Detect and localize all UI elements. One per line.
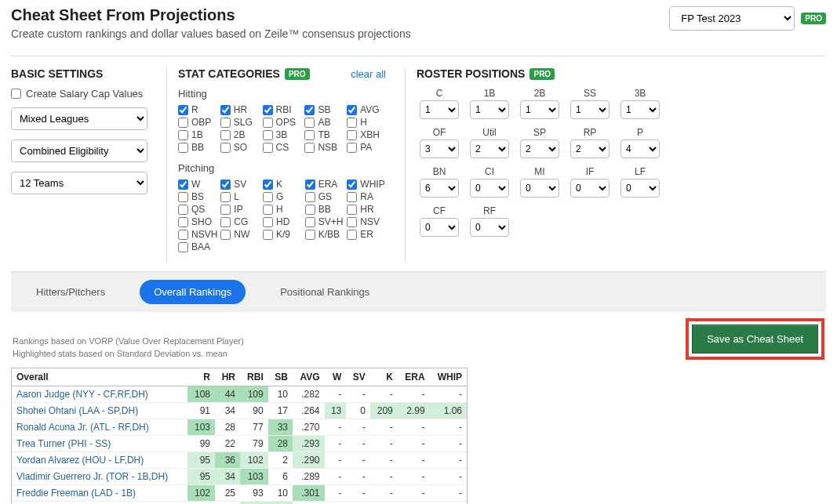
clear-all-link[interactable]: clear all xyxy=(351,68,386,80)
pitching-stat-bs[interactable]: BS xyxy=(178,191,217,202)
pitching-checkbox-nsv[interactable] xyxy=(347,217,357,227)
hitting-stat-3b[interactable]: 3B xyxy=(263,129,302,140)
player-name[interactable]: Ronald Acuna Jr. (ATL - RF,DH) xyxy=(12,419,187,436)
pitching-stat-w[interactable]: W xyxy=(178,179,217,190)
player-name[interactable]: Trea Turner (PHI - SS) xyxy=(12,436,187,452)
pitching-checkbox-sho[interactable] xyxy=(178,217,188,227)
pitching-stat-nsv[interactable]: NSV xyxy=(347,216,386,227)
pitching-stat-qs[interactable]: QS xyxy=(178,204,217,215)
pitching-stat-nw[interactable]: NW xyxy=(220,229,260,240)
hitting-stat-obp[interactable]: OBP xyxy=(178,117,217,128)
player-name[interactable]: Vladimir Guerrero Jr. (TOR - 1B,DH) xyxy=(12,469,187,485)
roster-select-c[interactable]: 1 xyxy=(420,100,459,119)
player-name[interactable]: Aaron Judge (NYY - CF,RF,DH) xyxy=(12,386,187,403)
pitching-stat-k[interactable]: K xyxy=(263,179,302,190)
pitching-checkbox-nsvh[interactable] xyxy=(178,230,188,240)
projection-select[interactable]: FP Test 2023 xyxy=(669,6,795,31)
hitting-stat-hr[interactable]: HR xyxy=(220,104,260,115)
pitching-checkbox-baa[interactable] xyxy=(178,242,188,252)
roster-select-rf[interactable]: 0 xyxy=(470,218,509,237)
hitting-checkbox-r[interactable] xyxy=(178,105,188,115)
hitting-stat-2b[interactable]: 2B xyxy=(220,129,260,140)
salary-cap-row[interactable]: Create Salary Cap Values xyxy=(11,88,147,100)
pitching-stat-gs[interactable]: GS xyxy=(305,191,344,202)
hitting-checkbox-rbi[interactable] xyxy=(263,105,273,115)
hitting-checkbox-avg[interactable] xyxy=(347,105,357,115)
pitching-checkbox-h[interactable] xyxy=(263,205,273,215)
save-cheat-sheet-button[interactable]: Save as Cheat Sheet xyxy=(692,325,818,354)
teams-select[interactable]: 12 Teams xyxy=(11,172,147,194)
pitching-checkbox-whip[interactable] xyxy=(347,179,357,190)
roster-select-1b[interactable]: 1 xyxy=(470,100,509,119)
pitching-stat-sv[interactable]: SV xyxy=(220,179,260,190)
pitching-stat-sho[interactable]: SHO xyxy=(178,216,217,227)
hitting-stat-tb[interactable]: TB xyxy=(304,129,344,140)
pitching-stat-cg[interactable]: CG xyxy=(220,216,260,227)
pitching-checkbox-gs[interactable] xyxy=(305,192,315,202)
hitting-stat-xbh[interactable]: XBH xyxy=(347,129,386,140)
hitting-stat-ops[interactable]: OPS xyxy=(263,117,302,128)
player-name[interactable]: Freddie Freeman (LAD - 1B) xyxy=(12,485,187,502)
salary-cap-checkbox[interactable] xyxy=(11,89,21,99)
hitting-checkbox-bb[interactable] xyxy=(178,143,188,153)
pitching-checkbox-nw[interactable] xyxy=(220,230,231,240)
hitting-checkbox-slg[interactable] xyxy=(220,118,231,128)
hitting-stat-so[interactable]: SO xyxy=(220,142,260,153)
pitching-stat-hd[interactable]: HD xyxy=(263,216,302,227)
pitching-checkbox-cg[interactable] xyxy=(220,217,231,227)
player-name[interactable]: Yordan Alvarez (HOU - LF,DH) xyxy=(12,452,187,469)
pitching-checkbox-hr[interactable] xyxy=(347,205,357,215)
hitting-stat-1b[interactable]: 1B xyxy=(178,129,217,140)
pitching-stat-bb[interactable]: BB xyxy=(305,204,344,215)
roster-select-ss[interactable]: 1 xyxy=(570,100,610,119)
pitching-stat-baa[interactable]: BAA xyxy=(178,241,217,252)
roster-select-3b[interactable]: 1 xyxy=(620,100,660,119)
roster-select-rp[interactable]: 2 xyxy=(570,140,610,158)
pitching-checkbox-qs[interactable] xyxy=(178,205,188,215)
pitching-stat-l[interactable]: L xyxy=(220,191,260,202)
roster-select-if[interactable]: 0 xyxy=(570,179,610,198)
pitching-checkbox-sv+h[interactable] xyxy=(305,217,315,227)
roster-select-cf[interactable]: 0 xyxy=(420,218,459,237)
pitching-checkbox-k[interactable] xyxy=(263,179,273,190)
pitching-checkbox-bb[interactable] xyxy=(305,205,315,215)
roster-select-sp[interactable]: 2 xyxy=(520,140,559,158)
pitching-stat-whip[interactable]: WHIP xyxy=(347,179,386,190)
pitching-stat-nsvh[interactable]: NSVH xyxy=(178,229,217,240)
tab-hitters-pitchers[interactable]: Hitters/Pitchers xyxy=(22,280,119,304)
hitting-checkbox-pa[interactable] xyxy=(347,143,357,153)
pitching-checkbox-k/bb[interactable] xyxy=(305,230,315,240)
hitting-stat-nsb[interactable]: NSB xyxy=(304,142,344,153)
roster-select-of[interactable]: 3 xyxy=(420,140,459,158)
hitting-stat-rbi[interactable]: RBI xyxy=(263,104,302,115)
roster-select-mi[interactable]: 0 xyxy=(520,179,559,198)
hitting-checkbox-xbh[interactable] xyxy=(347,130,357,140)
pitching-checkbox-ip[interactable] xyxy=(220,205,231,215)
pitching-stat-er[interactable]: ER xyxy=(347,229,386,240)
hitting-checkbox-hr[interactable] xyxy=(220,105,231,115)
hitting-stat-slg[interactable]: SLG xyxy=(220,117,260,128)
hitting-stat-cs[interactable]: CS xyxy=(263,142,302,153)
tab-overall-rankings[interactable]: Overall Rankings xyxy=(140,280,246,304)
hitting-stat-sb[interactable]: SB xyxy=(304,104,344,115)
hitting-stat-bb[interactable]: BB xyxy=(178,142,217,153)
hitting-stat-pa[interactable]: PA xyxy=(347,142,386,153)
pitching-checkbox-sv[interactable] xyxy=(220,179,231,190)
pitching-stat-ip[interactable]: IP xyxy=(220,204,260,215)
pitching-checkbox-l[interactable] xyxy=(220,192,231,202)
pitching-checkbox-er[interactable] xyxy=(347,230,357,240)
pitching-stat-sv+h[interactable]: SV+H xyxy=(305,216,344,227)
hitting-checkbox-3b[interactable] xyxy=(263,130,273,140)
pitching-checkbox-ra[interactable] xyxy=(347,192,357,202)
hitting-checkbox-h[interactable] xyxy=(347,118,357,128)
player-name[interactable]: Kyle Tucker (HOU - RF) xyxy=(12,502,187,505)
player-name[interactable]: Shohei Ohtani (LAA - SP,DH) xyxy=(12,403,187,419)
hitting-checkbox-1b[interactable] xyxy=(178,130,188,140)
hitting-stat-r[interactable]: R xyxy=(178,104,217,115)
hitting-checkbox-tb[interactable] xyxy=(304,130,315,140)
pitching-checkbox-era[interactable] xyxy=(305,179,315,190)
pitching-checkbox-g[interactable] xyxy=(263,192,273,202)
hitting-checkbox-ops[interactable] xyxy=(263,118,273,128)
league-select[interactable]: Mixed Leagues xyxy=(11,107,147,130)
roster-select-2b[interactable]: 1 xyxy=(520,100,559,119)
